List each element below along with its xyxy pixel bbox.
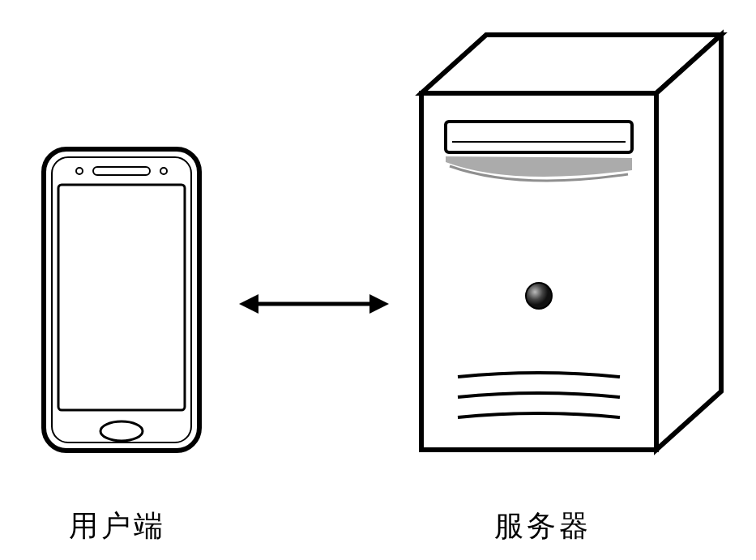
server-label: 服务器: [494, 507, 592, 546]
svg-marker-8: [239, 294, 258, 314]
svg-rect-0: [44, 149, 199, 451]
svg-rect-13: [446, 122, 632, 152]
double-arrow-icon: [239, 288, 389, 320]
diagram-container: 用户端 服务器: [0, 0, 756, 560]
svg-marker-9: [369, 294, 389, 314]
server-tower-icon: [413, 28, 729, 458]
svg-point-5: [160, 168, 167, 174]
svg-marker-11: [656, 35, 721, 450]
svg-rect-3: [93, 167, 150, 175]
server-device: [413, 28, 729, 461]
client-label: 用户端: [69, 507, 166, 546]
client-device: [41, 146, 203, 457]
svg-point-6: [100, 421, 143, 441]
svg-rect-1: [52, 157, 191, 442]
connection-arrow: [239, 288, 389, 323]
svg-rect-2: [58, 185, 185, 410]
svg-point-15: [526, 283, 552, 309]
svg-point-4: [76, 168, 83, 174]
smartphone-icon: [41, 146, 203, 454]
